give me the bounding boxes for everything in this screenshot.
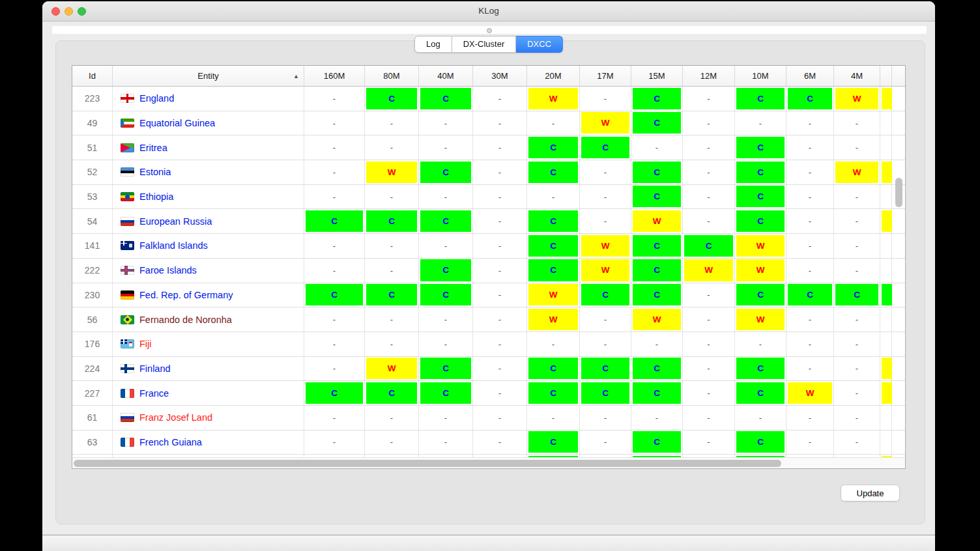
- band-cell[interactable]: C: [631, 111, 683, 135]
- entity-cell[interactable]: Estonia: [113, 160, 304, 184]
- band-cell[interactable]: -: [683, 283, 735, 307]
- band-cell[interactable]: -: [834, 234, 880, 258]
- entity-cell[interactable]: Fernando de Noronha: [113, 307, 304, 332]
- column-header-80m[interactable]: 80M: [365, 66, 419, 86]
- band-cell[interactable]: -: [834, 209, 880, 233]
- band-cell[interactable]: -: [786, 259, 834, 283]
- band-cell[interactable]: C: [735, 160, 786, 184]
- band-cell[interactable]: -: [419, 135, 473, 160]
- band-cell[interactable]: -: [580, 332, 631, 356]
- band-cell[interactable]: -: [473, 160, 527, 184]
- band-cell[interactable]: [880, 111, 892, 135]
- band-cell[interactable]: -: [527, 332, 580, 356]
- band-cell[interactable]: -: [473, 234, 527, 258]
- band-cell[interactable]: W: [365, 160, 419, 184]
- band-cell[interactable]: [880, 135, 892, 160]
- column-header-10m[interactable]: 10M: [735, 66, 786, 86]
- band-cell[interactable]: [880, 160, 892, 184]
- band-cell[interactable]: -: [683, 160, 735, 184]
- band-cell[interactable]: C: [580, 381, 631, 405]
- band-cell[interactable]: -: [786, 307, 834, 332]
- id-cell[interactable]: 49: [72, 111, 113, 135]
- band-cell[interactable]: -: [683, 185, 735, 209]
- band-cell[interactable]: C: [631, 259, 683, 283]
- band-cell[interactable]: [880, 381, 892, 405]
- band-cell[interactable]: -: [631, 406, 683, 430]
- band-cell[interactable]: -: [683, 135, 735, 160]
- band-cell[interactable]: -: [473, 185, 527, 209]
- band-cell[interactable]: C: [735, 381, 786, 405]
- band-cell[interactable]: C: [304, 209, 365, 233]
- band-cell[interactable]: -: [304, 160, 365, 184]
- band-cell[interactable]: C: [735, 209, 786, 233]
- band-cell[interactable]: C: [834, 283, 880, 307]
- band-cell[interactable]: -: [365, 406, 419, 430]
- band-cell[interactable]: -: [365, 135, 419, 160]
- band-cell[interactable]: [880, 259, 892, 283]
- band-cell[interactable]: -: [735, 111, 786, 135]
- column-header-15m[interactable]: 15M: [631, 66, 683, 86]
- header-scrollbar-corner[interactable]: [892, 66, 905, 86]
- horizontal-scrollbar[interactable]: [72, 457, 905, 468]
- band-cell[interactable]: C: [527, 381, 580, 405]
- column-header-12m[interactable]: 12M: [683, 66, 735, 86]
- band-cell[interactable]: -: [580, 160, 631, 184]
- band-cell[interactable]: -: [834, 406, 880, 430]
- band-cell[interactable]: -: [735, 332, 786, 356]
- band-cell[interactable]: W: [580, 234, 631, 258]
- band-cell[interactable]: -: [304, 135, 365, 160]
- band-cell[interactable]: C: [419, 381, 473, 405]
- entity-cell[interactable]: Fiji: [113, 332, 304, 356]
- band-cell[interactable]: C: [365, 87, 419, 111]
- band-cell[interactable]: -: [304, 307, 365, 332]
- band-cell[interactable]: -: [304, 357, 365, 381]
- band-cell[interactable]: -: [786, 111, 834, 135]
- id-cell[interactable]: 54: [72, 209, 113, 233]
- id-cell[interactable]: 53: [72, 185, 113, 209]
- band-cell[interactable]: -: [304, 234, 365, 258]
- band-cell[interactable]: C: [419, 209, 473, 233]
- band-cell[interactable]: W: [735, 259, 786, 283]
- splitter-bar[interactable]: [52, 26, 927, 34]
- band-cell[interactable]: C: [365, 283, 419, 307]
- column-header-4m[interactable]: 4M: [834, 66, 880, 86]
- id-cell[interactable]: 51: [72, 135, 113, 160]
- entity-cell[interactable]: France: [113, 381, 304, 405]
- band-cell[interactable]: W: [735, 307, 786, 332]
- band-cell[interactable]: -: [580, 431, 631, 455]
- band-cell[interactable]: W: [631, 307, 683, 332]
- band-cell[interactable]: [880, 87, 892, 111]
- band-cell[interactable]: C: [683, 234, 735, 258]
- band-cell[interactable]: -: [786, 135, 834, 160]
- entity-cell[interactable]: Franz Josef Land: [113, 406, 304, 430]
- column-header-20m[interactable]: 20M: [527, 66, 580, 86]
- band-cell[interactable]: W: [834, 87, 880, 111]
- entity-cell[interactable]: French Guiana: [113, 431, 304, 455]
- id-cell[interactable]: 176: [72, 332, 113, 356]
- band-cell[interactable]: -: [580, 87, 631, 111]
- band-cell[interactable]: -: [304, 259, 365, 283]
- band-cell[interactable]: C: [419, 357, 473, 381]
- title-bar[interactable]: KLog: [42, 1, 935, 21]
- band-cell[interactable]: -: [786, 357, 834, 381]
- band-cell[interactable]: -: [365, 431, 419, 455]
- id-cell[interactable]: 223: [72, 87, 113, 111]
- band-cell[interactable]: -: [580, 185, 631, 209]
- band-cell[interactable]: C: [419, 87, 473, 111]
- band-cell[interactable]: -: [419, 406, 473, 430]
- band-cell[interactable]: -: [419, 111, 473, 135]
- band-cell[interactable]: -: [473, 357, 527, 381]
- id-cell[interactable]: 230: [72, 283, 113, 307]
- entity-cell[interactable]: Eritrea: [113, 135, 304, 160]
- band-cell[interactable]: -: [683, 209, 735, 233]
- column-header-6m[interactable]: 6M: [786, 66, 834, 86]
- column-header-40m[interactable]: 40M: [419, 66, 473, 86]
- band-cell[interactable]: -: [419, 332, 473, 356]
- band-cell[interactable]: -: [473, 332, 527, 356]
- band-cell[interactable]: -: [365, 111, 419, 135]
- band-cell[interactable]: C: [735, 431, 786, 455]
- horizontal-scrollbar-thumb[interactable]: [74, 460, 781, 467]
- band-cell[interactable]: C: [631, 234, 683, 258]
- splitter-handle-icon[interactable]: [487, 28, 492, 33]
- band-cell[interactable]: C: [735, 357, 786, 381]
